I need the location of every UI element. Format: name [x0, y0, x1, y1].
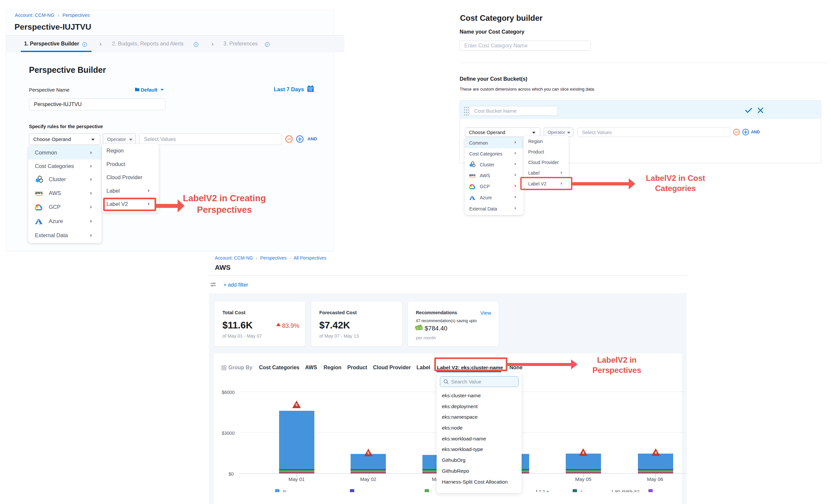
svg-text:aws: aws: [35, 190, 43, 195]
svg-text:aws: aws: [469, 173, 476, 177]
